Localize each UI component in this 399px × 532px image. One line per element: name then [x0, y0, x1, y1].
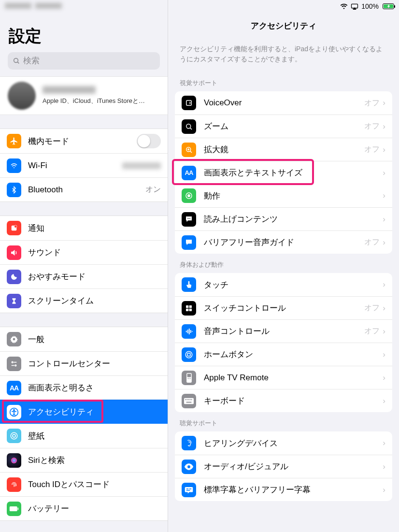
search-input[interactable] [23, 56, 155, 66]
svg-point-13 [11, 432, 17, 439]
chevron-icon: › [383, 145, 385, 155]
magnifier-label: 拡大鏡 [203, 144, 364, 155]
sidebar-item-bluetooth[interactable]: Bluetooth オン [0, 177, 168, 201]
zoom-icon [182, 119, 196, 134]
sidebar-item-general[interactable]: 一般 [0, 327, 168, 351]
row-audio-visual[interactable]: オーディオ/ビジュアル › [175, 455, 392, 478]
notifications-label: 通知 [28, 223, 161, 234]
svg-point-40 [185, 351, 192, 358]
chevron-icon: › [383, 373, 385, 383]
sidebar-item-control-center[interactable]: コントロールセンター [0, 351, 168, 375]
row-subtitles[interactable]: 標準字幕とバリアフリー字幕 › [175, 478, 392, 501]
row-spoken[interactable]: 読み上げコンテンツ › [175, 207, 392, 230]
chevron-icon: › [383, 327, 385, 336]
sidebar-item-touchid[interactable]: Touch IDとパスコード [0, 472, 168, 496]
accessibility-icon [7, 405, 21, 419]
account-sub: Apple ID、iCloud、iTunes Storeと… [43, 97, 145, 105]
svg-rect-51 [191, 399, 192, 400]
chevron-icon: › [383, 168, 385, 178]
siri-icon [7, 453, 21, 468]
svg-point-9 [15, 365, 16, 366]
row-voice-control[interactable]: 音声コントロール オフ › [175, 319, 392, 343]
svg-rect-47 [185, 399, 186, 400]
chevron-icon: › [383, 303, 385, 313]
svg-point-53 [187, 465, 190, 468]
svg-point-0 [14, 58, 18, 63]
sidebar-item-screentime[interactable]: スクリーンタイム [0, 288, 168, 313]
svg-point-44 [187, 378, 188, 379]
chevron-icon: › [383, 350, 385, 359]
wifi-status-blur [122, 162, 161, 169]
section-vision: 視覚サポート [168, 72, 399, 91]
svg-rect-55 [189, 489, 192, 489]
voice-icon [182, 324, 196, 339]
row-magnifier[interactable]: 拡大鏡 オフ › [175, 138, 392, 161]
search-field[interactable] [8, 52, 160, 70]
row-hearing-devices[interactable]: ヒアリングデバイス › [175, 431, 392, 455]
svg-point-14 [13, 434, 15, 437]
dnd-label: おやすみモード [28, 271, 161, 282]
svg-line-21 [190, 128, 192, 129]
svg-point-2 [14, 167, 14, 168]
row-display-text[interactable]: AA 画面表示とテキストサイズ › [175, 161, 392, 184]
airplay-status-icon [351, 3, 358, 10]
chevron-icon: › [383, 462, 385, 472]
svg-rect-48 [186, 399, 187, 400]
hearing-devices-label: ヒアリングデバイス [203, 438, 383, 449]
voiceover-label: VoiceOver [203, 98, 364, 108]
display-text-label: 画面表示とテキストサイズ [203, 167, 383, 178]
apple-id-row[interactable]: Apple ID、iCloud、iTunes Storeと… [0, 76, 168, 115]
sidebar-item-battery[interactable]: バッテリー [0, 496, 168, 520]
speech-bubble-icon [182, 212, 196, 227]
row-keyboard[interactable]: キーボード › [175, 389, 392, 412]
svg-rect-34 [189, 308, 192, 311]
sidebar-item-display[interactable]: AA 画面表示と明るさ [0, 375, 168, 400]
row-home-button[interactable]: ホームボタン › [175, 343, 392, 366]
row-voiceover[interactable]: VoiceOver オフ › [175, 91, 392, 115]
subtitles-label: 標準字幕とバリアフリー字幕 [203, 484, 383, 495]
chevron-icon: › [383, 215, 385, 224]
voiceover-status: オフ [364, 98, 380, 108]
sidebar-item-notifications[interactable]: 通知 [0, 216, 168, 240]
chevron-icon: › [383, 280, 385, 289]
page-description: アクセシビリティ機能を利用すると、iPadをより使いやすくなるようにカスタマイズ… [168, 44, 399, 72]
control-label: コントロールセンター [28, 358, 161, 369]
svg-rect-43 [187, 374, 191, 377]
wifi-status-icon [340, 3, 348, 9]
sidebar-item-airplane[interactable]: 機内モード [0, 129, 168, 153]
zoom-label: ズーム [203, 121, 364, 132]
svg-point-7 [12, 361, 13, 363]
magnifier-icon [182, 143, 196, 157]
row-motion[interactable]: 動作 › [175, 184, 392, 207]
section-motor: 身体および動作 [168, 254, 399, 273]
switch-label: スイッチコントロール [203, 302, 364, 314]
charging-icon [386, 4, 391, 9]
toggles-icon [7, 357, 21, 371]
row-audio-desc[interactable]: バリアフリー音声ガイド オフ › [175, 230, 392, 254]
notifications-icon [7, 221, 21, 235]
row-switch-control[interactable]: スイッチコントロール オフ › [175, 296, 392, 319]
row-touch[interactable]: タッチ › [175, 273, 392, 296]
sidebar-item-dnd[interactable]: おやすみモード [0, 264, 168, 288]
sidebar-item-wallpaper[interactable]: 壁紙 [0, 424, 168, 448]
svg-point-4 [14, 225, 17, 228]
wallpaper-icon [7, 429, 21, 443]
motion-label: 動作 [203, 190, 383, 201]
gear-icon [7, 332, 21, 346]
row-apple-tv[interactable]: Apple TV Remote › [175, 366, 392, 389]
row-zoom[interactable]: ズーム オフ › [175, 115, 392, 138]
sidebar-item-accessibility[interactable]: アクセシビリティ [0, 400, 168, 424]
sounds-label: サウンド [28, 247, 161, 258]
sidebar-item-sounds[interactable]: サウンド [0, 240, 168, 264]
sidebar-item-wifi[interactable]: Wi-Fi [0, 153, 168, 177]
sidebar-item-siri[interactable]: Siriと検索 [0, 448, 168, 472]
svg-rect-54 [186, 489, 189, 489]
hourglass-icon [7, 294, 21, 308]
sidebar: 設定 Apple ID、iCloud、iTunes Storeと… 機内モード … [0, 0, 168, 532]
avatar [8, 82, 36, 110]
svg-rect-56 [186, 490, 190, 491]
chevron-icon: › [383, 396, 385, 406]
svg-point-15 [11, 458, 17, 463]
audio-desc-label: バリアフリー音声ガイド [203, 237, 364, 248]
airplane-toggle[interactable] [137, 134, 161, 148]
